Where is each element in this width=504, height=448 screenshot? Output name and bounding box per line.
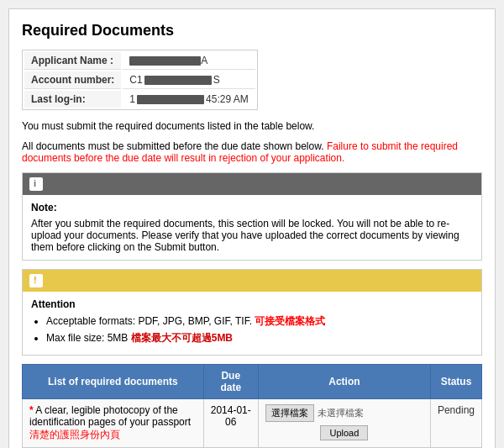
attention-list: Acceptable formats: PDF, JPG, BMP, GIF, … bbox=[46, 314, 473, 345]
due-date-cell: 2014-01-06 bbox=[203, 399, 258, 448]
upload-button[interactable]: Upload bbox=[320, 425, 368, 440]
info-icon bbox=[29, 177, 43, 191]
doc-name-cell: * A clear, legible photocopy of the iden… bbox=[23, 399, 204, 448]
intro-line1: You must submit the required documents l… bbox=[22, 120, 482, 132]
info-table: Applicant Name : A Account number: C1S L… bbox=[22, 50, 258, 110]
last-login-value: 145:29 AM bbox=[123, 91, 255, 108]
warning-icon bbox=[29, 274, 43, 287]
list-item: Max file size: 5MB 檔案最大不可超過5MB bbox=[46, 331, 473, 345]
action-cell: 選擇檔案 未選擇檔案 Upload bbox=[258, 399, 430, 448]
attention-title: Attention bbox=[31, 298, 473, 310]
browse-button[interactable]: 選擇檔案 bbox=[265, 404, 314, 422]
attention-box: Attention Acceptable formats: PDF, JPG, … bbox=[22, 269, 482, 356]
col-header-status: Status bbox=[430, 365, 481, 399]
col-header-due: Due date bbox=[203, 365, 258, 399]
note-body: Note: After you submit the required docu… bbox=[23, 195, 481, 260]
table-row: * A clear, legible photocopy of the iden… bbox=[23, 399, 482, 448]
applicant-name-label: Applicant Name : bbox=[24, 52, 121, 70]
last-login-label: Last log-in: bbox=[24, 91, 121, 108]
documents-table: List of required documents Due date Acti… bbox=[22, 364, 482, 448]
col-header-docname: List of required documents bbox=[23, 365, 204, 399]
main-container: Required Documents Applicant Name : A Ac… bbox=[8, 8, 496, 448]
applicant-name-value: A bbox=[123, 52, 255, 70]
note-box: Note: After you submit the required docu… bbox=[22, 172, 482, 261]
list-item: Acceptable formats: PDF, JPG, BMP, GIF, … bbox=[46, 314, 473, 329]
file-input-row: 選擇檔案 未選擇檔案 bbox=[265, 404, 423, 422]
account-number-label: Account number: bbox=[24, 71, 121, 89]
attention-header bbox=[23, 270, 481, 292]
note-header bbox=[23, 173, 481, 195]
note-text: After you submit the required documents,… bbox=[31, 218, 459, 253]
account-number-value: C1S bbox=[123, 71, 255, 89]
status-cell: Pending bbox=[430, 399, 481, 448]
note-title: Note: bbox=[31, 202, 473, 213]
status-badge: Pending bbox=[438, 404, 475, 416]
col-header-action: Action bbox=[258, 365, 430, 399]
file-name-display: 未選擇檔案 bbox=[318, 407, 364, 419]
page-title: Required Documents bbox=[22, 22, 482, 40]
attention-body: Attention Acceptable formats: PDF, JPG, … bbox=[23, 292, 481, 355]
intro-line2: All documents must be submitted before t… bbox=[22, 140, 482, 164]
